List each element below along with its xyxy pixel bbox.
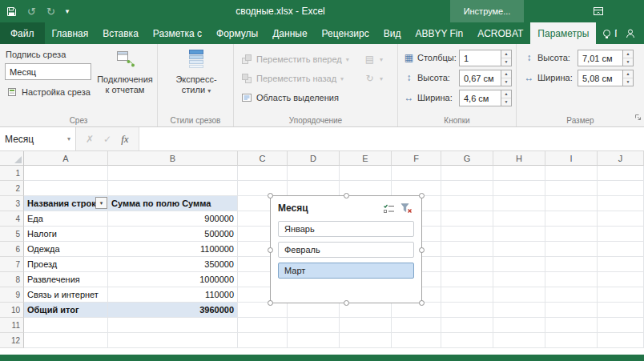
quick-styles-button[interactable]: Экспресс-стили ▾ xyxy=(168,48,224,96)
size-width-input[interactable]: 5,08 см xyxy=(578,70,623,86)
cell-A6[interactable]: Одежда xyxy=(24,242,108,257)
spin-up-icon[interactable]: ▲ xyxy=(623,70,633,78)
spin-down-icon[interactable]: ▼ xyxy=(623,58,633,66)
cell-G7[interactable] xyxy=(441,257,493,272)
cell-B1[interactable] xyxy=(108,166,238,181)
cell-A5[interactable]: Налоги xyxy=(24,227,108,242)
tab-Разметка с[interactable]: Разметка с xyxy=(146,22,209,44)
tab-Параметры[interactable]: Параметры xyxy=(530,22,596,44)
cell-A8[interactable]: Развлечения xyxy=(24,272,108,287)
cell-I12[interactable] xyxy=(545,333,598,348)
size-height-input[interactable]: 7,01 см xyxy=(578,50,623,66)
cell-J9[interactable] xyxy=(598,287,644,303)
slicer-item-Февраль[interactable]: Февраль xyxy=(278,242,414,258)
spin-up-icon[interactable]: ▲ xyxy=(623,50,633,58)
slicer-caption-input[interactable]: Месяц xyxy=(5,63,91,80)
slicer-resize-handle[interactable] xyxy=(419,193,425,199)
cell-I7[interactable] xyxy=(545,257,598,272)
cell-I6[interactable] xyxy=(545,242,598,257)
spin-up-icon[interactable]: ▲ xyxy=(501,90,511,98)
contextual-tab-group-label[interactable]: Инструме... xyxy=(450,0,524,22)
cell-H2[interactable] xyxy=(493,181,545,196)
slicer-resize-handle[interactable] xyxy=(268,247,273,253)
column-header-C[interactable]: C xyxy=(238,151,288,166)
row-header-7[interactable]: 7 xyxy=(0,257,24,272)
cell-H9[interactable] xyxy=(493,287,545,303)
cell-A7[interactable]: Проезд xyxy=(24,257,108,272)
tab-Формулы[interactable]: Формулы xyxy=(209,22,265,44)
cell-B3[interactable]: Сумма по полю Сумма xyxy=(108,196,238,211)
buttons-width-spinner[interactable]: ▲ ▼ xyxy=(501,90,512,106)
buttons-height-spinner[interactable]: ▲ ▼ xyxy=(501,70,512,86)
align-button[interactable]: ▤ ▾ xyxy=(364,51,383,67)
row-header-2[interactable]: 2 xyxy=(0,181,24,196)
cell-J10[interactable] xyxy=(598,303,644,318)
slicer-resize-handle[interactable] xyxy=(268,193,273,199)
column-header-G[interactable]: G xyxy=(441,151,493,166)
slicer-resize-handle[interactable] xyxy=(419,247,425,253)
cell-H7[interactable] xyxy=(493,257,545,272)
rotate-button[interactable]: ↻ ▾ xyxy=(364,70,383,86)
tab-Помощь[interactable]: Помощь xyxy=(596,22,617,44)
cell-D2[interactable] xyxy=(288,181,340,196)
cell-A2[interactable] xyxy=(24,181,108,196)
tab-Главная[interactable]: Главная xyxy=(45,22,96,44)
cell-J4[interactable] xyxy=(598,211,644,227)
send-backward-button[interactable]: Переместить назад ▾ xyxy=(240,70,344,86)
column-header-A[interactable]: A xyxy=(24,151,108,166)
cell-G11[interactable] xyxy=(441,318,493,333)
slicer-resize-handle[interactable] xyxy=(419,300,425,306)
formula-input[interactable] xyxy=(139,127,644,150)
spin-down-icon[interactable]: ▼ xyxy=(501,98,511,106)
row-header-11[interactable]: 11 xyxy=(0,318,24,333)
row-header-3[interactable]: 3 xyxy=(0,196,24,211)
cell-I2[interactable] xyxy=(545,181,598,196)
tab-Вид[interactable]: Вид xyxy=(376,22,409,44)
cell-B12[interactable] xyxy=(108,333,238,348)
tab-Файл[interactable]: Файл xyxy=(0,22,45,44)
undo-icon[interactable]: ↺ xyxy=(27,6,36,18)
ribbon-display-options-icon[interactable] xyxy=(593,0,604,22)
cell-G6[interactable] xyxy=(441,242,493,257)
cell-H3[interactable] xyxy=(493,196,545,211)
row-header-10[interactable]: 10 xyxy=(0,303,24,318)
cell-B6[interactable]: 1100000 xyxy=(108,242,238,257)
tab-Вставка[interactable]: Вставка xyxy=(95,22,146,44)
cell-F12[interactable] xyxy=(392,333,441,348)
report-connections-button[interactable]: Подключения к отчетам xyxy=(95,48,155,95)
slicer-multiselect-icon[interactable] xyxy=(380,201,396,215)
cell-A1[interactable] xyxy=(24,166,108,181)
tab-ABBYY Fin[interactable]: ABBYY Fin xyxy=(408,22,470,44)
cell-C2[interactable] xyxy=(238,181,288,196)
insert-function-icon[interactable]: fx xyxy=(121,133,128,146)
spin-down-icon[interactable]: ▼ xyxy=(623,78,633,86)
cell-H10[interactable] xyxy=(493,303,545,318)
cell-B9[interactable]: 110000 xyxy=(108,287,238,303)
cell-J7[interactable] xyxy=(598,257,644,272)
column-header-I[interactable]: I xyxy=(545,151,598,166)
qat-dropdown-icon[interactable]: ▾ xyxy=(66,7,70,15)
slicer-item-Март[interactable]: Март xyxy=(278,263,414,279)
slicer-resize-handle[interactable] xyxy=(344,193,349,199)
row-header-6[interactable]: 6 xyxy=(0,242,24,257)
cell-H8[interactable] xyxy=(493,272,545,287)
cell-H12[interactable] xyxy=(493,333,545,348)
cell-J8[interactable] xyxy=(598,272,644,287)
cell-J6[interactable] xyxy=(598,242,644,257)
size-width-spinner[interactable]: ▲ ▼ xyxy=(623,70,634,86)
cell-C1[interactable] xyxy=(238,166,288,181)
slicer-settings-button[interactable]: Настройка среза xyxy=(3,84,93,99)
cell-B5[interactable]: 500000 xyxy=(108,227,238,242)
select-all-corner[interactable] xyxy=(0,151,24,166)
account-person-icon[interactable] xyxy=(617,22,644,44)
slicer-clear-filter-icon[interactable] xyxy=(398,201,414,215)
cell-J5[interactable] xyxy=(598,227,644,242)
cell-J1[interactable] xyxy=(598,166,644,181)
cell-D10[interactable] xyxy=(288,303,340,318)
bring-forward-button[interactable]: Переместить вперед ▾ xyxy=(240,51,349,67)
column-header-F[interactable]: F xyxy=(392,151,441,166)
cell-I1[interactable] xyxy=(545,166,598,181)
cell-G4[interactable] xyxy=(441,211,493,227)
cell-E11[interactable] xyxy=(340,318,392,333)
cell-H4[interactable] xyxy=(493,211,545,227)
